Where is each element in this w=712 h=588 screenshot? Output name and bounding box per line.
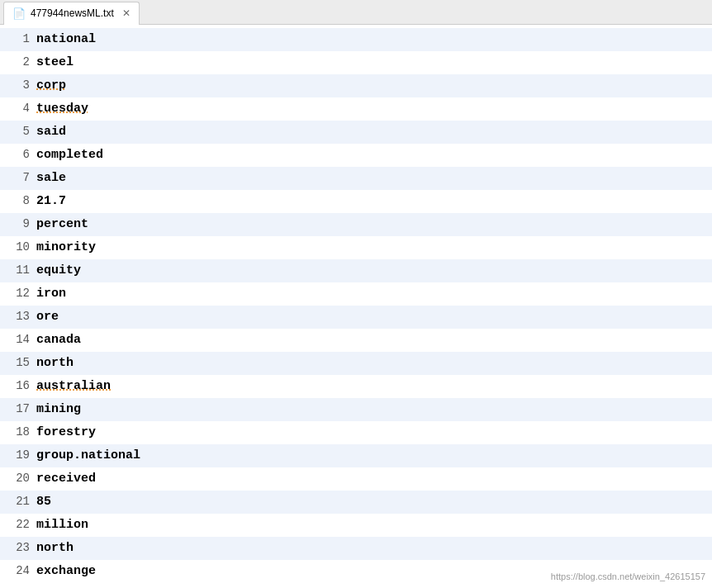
line-number: 5 <box>7 121 30 142</box>
line-number: 20 <box>7 468 30 489</box>
line-content: said <box>36 121 66 143</box>
line-content: north <box>36 352 74 374</box>
list-item: 6completed <box>0 144 712 167</box>
line-content: received <box>36 467 96 490</box>
line-number: 22 <box>7 514 30 535</box>
list-item: 16australian <box>0 375 712 398</box>
list-item: 17mining <box>0 398 712 421</box>
line-content: north <box>36 537 74 559</box>
line-number: 21 <box>7 491 30 512</box>
line-content: national <box>36 28 96 50</box>
list-item: 5said <box>0 121 712 144</box>
list-item: 14canada <box>0 329 712 352</box>
list-item: 9percent <box>0 213 712 236</box>
line-content: 85 <box>36 491 51 513</box>
line-content: ore <box>36 306 59 328</box>
list-item: 15north <box>0 352 712 375</box>
line-number: 17 <box>7 399 30 420</box>
list-item: 4tuesday <box>0 97 712 121</box>
list-item: 2185 <box>0 491 712 514</box>
list-item: 11equity <box>0 259 712 282</box>
line-number: 3 <box>7 75 30 96</box>
line-content: million <box>36 514 88 536</box>
file-tab[interactable]: 📄 477944newsML.txt ✕ <box>3 2 140 25</box>
line-number: 23 <box>7 538 30 558</box>
file-icon: 📄 <box>12 7 26 20</box>
line-number: 19 <box>7 445 30 466</box>
line-number: 4 <box>7 98 30 119</box>
line-content: completed <box>36 144 103 166</box>
line-content: sale <box>36 167 66 189</box>
line-number: 8 <box>7 191 30 211</box>
watermark: https://blog.csdn.net/weixin_42615157 <box>551 571 705 581</box>
line-content: percent <box>36 213 88 235</box>
line-number: 15 <box>7 353 30 373</box>
list-item: 1national <box>0 28 712 51</box>
list-item: 10minority <box>0 236 712 259</box>
list-item: 3corp <box>0 74 712 97</box>
line-number: 24 <box>7 561 30 581</box>
line-content: australian <box>36 375 111 397</box>
list-item: 18forestry <box>0 421 712 444</box>
line-number: 10 <box>7 237 30 258</box>
line-number: 7 <box>7 168 30 188</box>
line-content: corp <box>36 74 66 97</box>
tab-close-button[interactable]: ✕ <box>122 7 131 19</box>
line-content: iron <box>36 282 66 305</box>
line-content: steel <box>36 51 74 74</box>
line-number: 18 <box>7 422 30 443</box>
list-item: 22million <box>0 514 712 537</box>
line-number: 9 <box>7 214 30 235</box>
list-item: 12iron <box>0 282 712 306</box>
line-number: 14 <box>7 330 30 350</box>
list-item: 2steel <box>0 51 712 74</box>
line-content: minority <box>36 236 96 258</box>
line-number: 6 <box>7 145 30 165</box>
line-number: 11 <box>7 260 30 281</box>
list-item: 23north <box>0 537 712 560</box>
line-content: equity <box>36 259 81 282</box>
tab-bar: 📄 477944newsML.txt ✕ <box>0 0 712 25</box>
line-number: 12 <box>7 283 30 304</box>
editor-area: 1national2steel3corp4tuesday5said6comple… <box>0 25 712 588</box>
list-item: 7sale <box>0 167 712 190</box>
list-item: 821.7 <box>0 190 712 213</box>
line-content: group.national <box>36 444 140 467</box>
line-content: tuesday <box>36 97 88 120</box>
line-number: 13 <box>7 306 30 327</box>
line-content: canada <box>36 329 81 351</box>
list-item: 20received <box>0 467 712 491</box>
line-number: 16 <box>7 376 30 396</box>
line-number: 1 <box>7 29 30 50</box>
list-item: 19group.national <box>0 444 712 467</box>
line-content: exchange <box>36 560 96 582</box>
line-content: forestry <box>36 421 96 443</box>
tab-filename: 477944newsML.txt <box>31 7 114 19</box>
line-content: 21.7 <box>36 190 66 212</box>
line-number: 2 <box>7 52 30 73</box>
line-content: mining <box>36 398 81 420</box>
list-item: 13ore <box>0 306 712 329</box>
